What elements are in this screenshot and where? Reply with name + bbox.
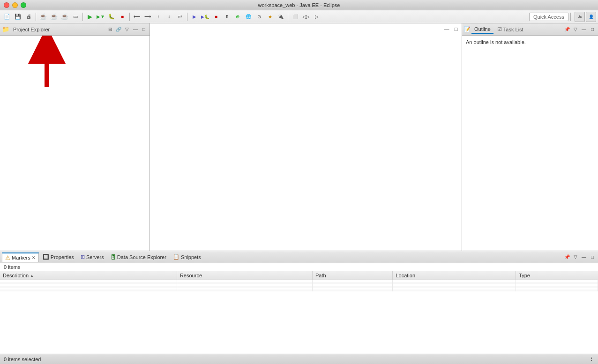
back-nav-btn[interactable]: ◁▷ [301, 12, 311, 22]
java-btn3[interactable]: ☕ [60, 12, 70, 22]
col-path[interactable]: Path [312, 271, 392, 280]
maximize-left-button[interactable]: □ [140, 26, 148, 33]
left-panel: 📁 Project Explorer ⊟ 🔗 ▽ — □ [0, 23, 150, 251]
view-menu-button[interactable]: ▽ [123, 26, 131, 33]
server-stop-btn[interactable]: ■ [211, 12, 221, 22]
outline-maximize-button[interactable]: □ [589, 26, 596, 33]
servers-tab-label: Servers [86, 254, 104, 260]
server-btn6[interactable]: 🌐 [243, 12, 254, 22]
java-toolbar-group: ☕ ☕ ☕ ▭ [38, 12, 81, 22]
col-location[interactable]: Location [393, 271, 516, 280]
perspective-user-btn[interactable]: 👤 [586, 12, 596, 22]
server-btn9[interactable]: 🔌 [276, 12, 286, 22]
server-btn8[interactable]: ★ [265, 12, 275, 22]
properties-icon: 🔲 [43, 254, 49, 260]
project-explorer-tab[interactable]: Project Explorer [11, 26, 52, 33]
tab-datasource[interactable]: 🗄 Data Source Explorer [108, 253, 169, 261]
extra-btn3[interactable]: ▷ [312, 12, 322, 22]
prev-button[interactable]: ⟵ [132, 12, 142, 22]
maximize-button[interactable] [21, 2, 26, 8]
bottom-panel-header: ⚠ Markers ✕ 🔲 Properties ⊞ Servers 🗄 Dat… [0, 251, 598, 263]
task-list-tab[interactable]: ☑ Task List [494, 25, 526, 33]
outline-minimize-button[interactable]: — [580, 26, 588, 33]
snippets-tab-label: Snippets [181, 254, 201, 260]
extra-toolbar-group: ⬜ ◁▷ ▷ [290, 12, 322, 22]
bottom-body: 0 items Description ▲ Resource [0, 263, 598, 354]
stop-button[interactable]: ■ [117, 12, 127, 22]
project-explorer-actions: ⊟ 🔗 ▽ — □ [106, 26, 148, 33]
sep6 [570, 13, 571, 21]
markers-icon: ⚠ [5, 254, 10, 261]
servers-icon: ⊞ [81, 254, 85, 260]
title-bar: workspace_web - Java EE - Eclipse [0, 0, 598, 10]
col-type[interactable]: Type [516, 271, 598, 280]
tab-servers[interactable]: ⊞ Servers [78, 253, 107, 261]
server-toolbar-group: ▶ ▶🐛 ■ ⬆ ⊕ 🌐 ⊙ ★ 🔌 [189, 12, 286, 22]
debug-button[interactable]: 🐛 [106, 12, 117, 22]
run-dropdown[interactable]: ▶▼ [96, 12, 106, 22]
markers-tab-label: Markers [12, 255, 30, 260]
bottom-maximize-button[interactable]: □ [589, 253, 596, 261]
server-publish-btn[interactable]: ⬆ [222, 12, 232, 22]
collapse-all-button[interactable]: ⊟ [106, 26, 114, 33]
server-start-btn[interactable]: ▶ [189, 12, 200, 22]
java-btn2[interactable]: ☕ [49, 12, 59, 22]
bottom-minimize-button[interactable]: — [580, 253, 588, 261]
editor-area: — □ [150, 23, 462, 251]
print-button[interactable]: 🖨 [23, 12, 34, 22]
col-resource[interactable]: Resource [177, 271, 312, 280]
sep4 [187, 13, 187, 21]
project-explorer-header: 📁 Project Explorer ⊟ 🔗 ▽ — □ [0, 23, 150, 36]
snippets-icon: 📋 [173, 254, 179, 260]
outline-pin-button[interactable]: 📌 [563, 26, 571, 33]
new-button[interactable]: 📄 [2, 12, 12, 22]
properties-tab-label: Properties [51, 254, 74, 260]
editor-minimize-button[interactable]: — [443, 25, 450, 33]
nav-toolbar-group: ⟵ ⟶ ↑ ↕ ⇄ [132, 12, 185, 22]
next-button[interactable]: ⟶ [142, 12, 153, 22]
run-last-button[interactable]: ▶ [85, 12, 95, 22]
center-panel: — □ [150, 23, 462, 251]
outline-message: An outline is not available. [466, 39, 526, 45]
outline-tab[interactable]: Outline [471, 25, 493, 34]
outline-view-menu-button[interactable]: ▽ [572, 26, 579, 33]
project-explorer-body [0, 36, 150, 251]
minimize-left-button[interactable]: — [132, 26, 139, 33]
status-right: ⋮ [589, 356, 594, 362]
extra-btn1[interactable]: ⬜ [290, 12, 300, 22]
quick-access-input[interactable]: Quick Access [529, 13, 568, 21]
editor-maximize-button[interactable]: □ [452, 25, 460, 33]
tab-snippets[interactable]: 📋 Snippets [170, 253, 204, 261]
bottom-pin-button[interactable]: 📌 [563, 253, 571, 261]
sep2 [82, 13, 83, 21]
tab-markers[interactable]: ⚠ Markers ✕ [2, 253, 39, 262]
up-button[interactable]: ↑ [153, 12, 164, 22]
col-description[interactable]: Description ▲ [0, 271, 177, 280]
perspective-javaee-btn[interactable]: J₂ [575, 12, 585, 22]
link-with-editor-button[interactable]: 🔗 [115, 26, 122, 33]
nav-btn4[interactable]: ↕ [164, 12, 174, 22]
tab-properties[interactable]: 🔲 Properties [40, 253, 77, 261]
outline-body: An outline is not available. [462, 36, 598, 251]
status-text: 0 items selected [4, 357, 41, 362]
editor-controls: — □ [443, 25, 460, 33]
server-debug-btn[interactable]: ▶🐛 [200, 12, 210, 22]
bottom-view-menu-button[interactable]: ▽ [572, 253, 579, 261]
window-title: workspace_web - Java EE - Eclipse [258, 2, 340, 8]
java-btn1[interactable]: ☕ [38, 12, 48, 22]
datasource-tab-label: Data Source Explorer [117, 254, 166, 260]
status-bar: 0 items selected ⋮ [0, 354, 598, 364]
minimize-button[interactable] [12, 2, 18, 8]
java-btn4[interactable]: ▭ [70, 12, 81, 22]
perspective-buttons: J₂ 👤 [575, 12, 596, 22]
file-toolbar-group: 📄 💾 🖨 [2, 12, 34, 22]
right-panel: 📝 Outline ☑ Task List 📌 ▽ — □ An outline… [462, 23, 598, 251]
markers-close-icon[interactable]: ✕ [32, 255, 36, 260]
server-btn5[interactable]: ⊕ [232, 12, 243, 22]
annotation-arrow [28, 36, 66, 92]
server-btn7[interactable]: ⊙ [254, 12, 264, 22]
description-sort-icon: ▲ [30, 274, 34, 278]
close-button[interactable] [4, 2, 9, 8]
save-button[interactable]: 💾 [13, 12, 23, 22]
nav-btn5[interactable]: ⇄ [175, 12, 185, 22]
